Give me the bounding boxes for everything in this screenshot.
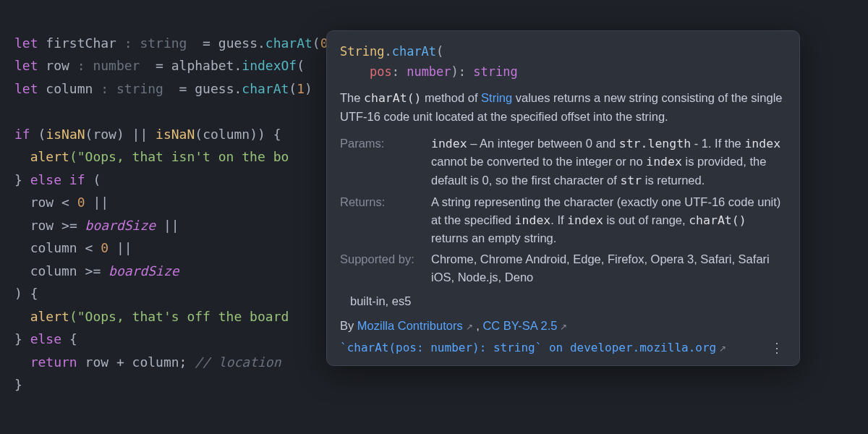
- keyword-let: let: [14, 81, 38, 96]
- returns-value: A string representing the character (exa…: [431, 193, 786, 247]
- sig-class: String: [340, 44, 384, 59]
- type-annot: : number: [69, 58, 148, 73]
- doc-description: The charAt() method of String values ret…: [327, 89, 799, 133]
- external-link-icon: ↗: [463, 322, 473, 332]
- doc-byline: By Mozilla Contributors↗ , CC BY-SA 2.5↗: [327, 312, 799, 336]
- params-value: index – An integer between 0 and str.len…: [431, 135, 786, 190]
- string-literal: ("Oops, that isn't on the bo: [69, 149, 289, 164]
- call-charAt: charAt: [242, 81, 289, 96]
- obj-alphabet: alphabet: [171, 58, 234, 73]
- keyword-else: else: [30, 331, 61, 346]
- more-actions-icon[interactable]: ⋮: [767, 341, 786, 354]
- params-row: Params: index – An integer between 0 and…: [327, 133, 799, 192]
- var-boardSize: boardSize: [109, 263, 179, 278]
- sig-method: charAt: [392, 44, 436, 59]
- doc-tags: built-in, es5: [327, 288, 799, 313]
- arg-1: 1: [297, 81, 305, 96]
- license-link[interactable]: CC BY-SA 2.5↗: [482, 319, 567, 332]
- sig-return-type: string: [473, 64, 517, 79]
- mdn-doc-link[interactable]: `charAt(pos: number): string` on develop…: [340, 339, 726, 357]
- supported-label: Supported by:: [340, 250, 427, 286]
- quick-doc-tooltip: String.charAt( pos: number): string The …: [326, 30, 800, 366]
- returns-label: Returns:: [340, 193, 427, 247]
- type-link-string[interactable]: String: [481, 91, 512, 104]
- params-label: Params:: [340, 135, 427, 190]
- signature-block: String.charAt( pos: number): string: [327, 31, 799, 89]
- supported-row: Supported by: Chrome, Chrome Android, Ed…: [327, 249, 799, 288]
- keyword-let: let: [14, 35, 38, 51]
- external-link-icon: ↗: [557, 322, 567, 332]
- contributors-link[interactable]: Mozilla Contributors↗: [357, 319, 473, 332]
- mdn-doc-link-row: `charAt(pos: number): string` on develop…: [327, 336, 799, 361]
- var-boardSize: boardSize: [85, 218, 156, 233]
- sig-param-type: number: [407, 64, 451, 79]
- string-literal: ("Oops, that's off the board: [69, 309, 289, 324]
- returns-row: Returns: A string representing the chara…: [327, 192, 799, 249]
- var-firstChar: firstChar: [46, 35, 116, 51]
- call-alert: alert: [30, 309, 69, 324]
- call-alert: alert: [30, 149, 69, 164]
- sig-param: pos: [370, 64, 392, 79]
- call-indexOf: indexOf: [242, 58, 297, 73]
- keyword-if: if: [14, 127, 30, 142]
- call-charAt[interactable]: charAt: [265, 35, 312, 51]
- keyword-elseif: else if: [30, 172, 85, 187]
- obj-guess: guess: [195, 81, 234, 96]
- var-column: column: [46, 81, 93, 96]
- external-link-icon: ↗: [716, 344, 726, 354]
- call-isNaN: isNaN: [46, 127, 85, 142]
- keyword-return: return: [30, 354, 77, 370]
- assign: =: [195, 35, 218, 51]
- type-annot: : string: [93, 81, 171, 96]
- keyword-let: let: [14, 58, 38, 73]
- var-row: row: [46, 58, 69, 73]
- obj-guess: guess: [218, 35, 258, 51]
- call-isNaN: isNaN: [156, 127, 195, 142]
- comment: // location: [195, 354, 281, 370]
- type-annot: : string: [116, 35, 195, 51]
- supported-value: Chrome, Chrome Android, Edge, Firefox, O…: [431, 250, 786, 286]
